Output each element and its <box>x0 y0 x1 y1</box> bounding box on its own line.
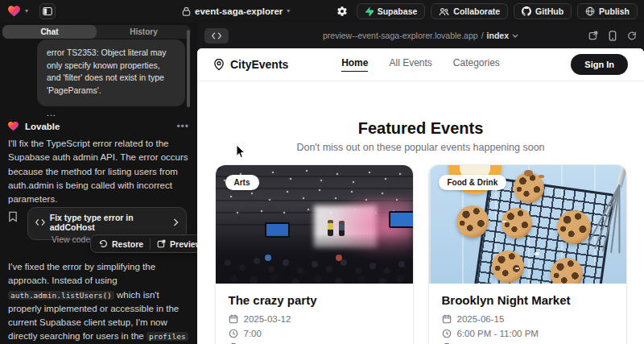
category-badge: Arts <box>225 175 259 190</box>
event-title: The crazy party <box>229 293 400 307</box>
calendar-icon <box>442 314 452 324</box>
gear-icon <box>336 6 348 17</box>
event-image-cookies: Food & Drink <box>429 165 626 284</box>
refresh-icon[interactable] <box>627 31 637 40</box>
assistant-header: Lovable ••• <box>8 122 189 131</box>
project-chevron-icon: ▾ <box>287 8 290 15</box>
settings-button[interactable] <box>333 3 351 19</box>
restore-icon <box>99 239 108 248</box>
event-date-row: 2025-03-12 <box>229 314 400 324</box>
message-menu-icon[interactable]: ••• <box>176 124 189 129</box>
preview-site: CityEvents Home All Events Categories Si… <box>197 48 644 344</box>
event-cards-row: Arts The crazy party 2025-03-12 7:00 <box>197 164 644 344</box>
assistant-name: Lovable <box>25 122 60 131</box>
chat-sidebar: Chat History error TS2353: Object litera… <box>0 23 197 344</box>
site-header: CityEvents Home All Events Categories Si… <box>197 48 644 81</box>
lovable-app-window: ▾ event-saga-explorer ▾ Supabase Collabo… <box>0 0 644 344</box>
project-name: event-saga-explorer <box>195 6 283 16</box>
preview-version-button[interactable]: Preview <box>151 235 197 252</box>
category-badge: Food & Drink <box>439 175 507 190</box>
nav-all-events[interactable]: All Events <box>389 57 431 72</box>
lovable-logo-icon[interactable] <box>8 6 20 17</box>
event-time-row: 6:00 PM - 11:00 PM <box>442 329 613 338</box>
preview-panel: preview--event-saga-explorer.lovable.app… <box>197 23 644 344</box>
event-card-brooklyn-market[interactable]: Food & Drink Brooklyn Night Market 2025-… <box>428 164 627 344</box>
chat-scrollbar[interactable] <box>187 30 190 107</box>
featured-events-heading: Featured Events <box>197 119 644 138</box>
clock-icon <box>229 329 238 338</box>
tab-history[interactable]: History <box>97 25 191 39</box>
assistant-intro-text: I'll fix the TypeScript error related to… <box>8 137 188 206</box>
inline-code: auth.admin.listUsers() <box>8 291 114 300</box>
user-message-text: error TS2353: Object literal may only sp… <box>47 47 175 97</box>
code-change-title: Fix type type error in addCoHost <box>50 213 168 232</box>
chevron-right-icon <box>173 218 179 226</box>
user-message-bubble: error TS2353: Object literal may only sp… <box>37 39 185 106</box>
collaborate-button[interactable]: Collaborate <box>431 3 508 19</box>
external-link-icon <box>157 239 166 248</box>
chat-history-tabs: Chat History <box>2 25 191 39</box>
version-actions-bar: Restore Preview <box>90 234 197 253</box>
event-time-row: 7:00 <box>229 329 400 338</box>
event-card-crazy-party[interactable]: Arts The crazy party 2025-03-12 7:00 <box>215 164 414 344</box>
tab-chat[interactable]: Chat <box>2 25 97 39</box>
supabase-button[interactable]: Supabase <box>357 3 426 19</box>
chevron-down-icon <box>512 34 518 38</box>
featured-events-subheading: Don't miss out on these popular events h… <box>197 142 644 153</box>
nav-categories[interactable]: Categories <box>453 57 500 72</box>
top-bar: ▾ event-saga-explorer ▾ Supabase Collabo… <box>0 0 644 23</box>
preview-toolbar: preview--event-saga-explorer.lovable.app… <box>197 23 644 48</box>
preview-url-bar: preview--event-saga-explorer.lovable.app… <box>197 23 644 48</box>
supabase-icon <box>365 6 374 16</box>
restore-button[interactable]: Restore <box>93 235 150 252</box>
github-button[interactable]: GitHub <box>514 3 572 19</box>
calendar-icon <box>229 314 238 324</box>
event-image-conference: Arts <box>216 165 413 284</box>
user-message-ellipsis: ... <box>47 107 175 120</box>
people-icon <box>439 7 449 16</box>
site-brand[interactable]: CityEvents <box>213 58 288 71</box>
preview-url-page[interactable]: index <box>487 31 509 40</box>
open-in-new-tab-icon[interactable] <box>588 31 598 40</box>
globe-icon <box>585 6 595 16</box>
project-switcher[interactable]: event-saga-explorer ▾ <box>182 0 290 23</box>
event-date-row: 2025-06-15 <box>442 314 613 324</box>
map-pin-icon <box>213 59 225 71</box>
lovable-heart-icon <box>8 122 19 131</box>
preview-url-host[interactable]: preview--event-saga-explorer.lovable.app <box>323 31 478 40</box>
assistant-outro-text: I've fixed the error by simplifying the … <box>8 260 192 344</box>
publish-button[interactable]: Publish <box>577 3 638 19</box>
workspace-chevron-icon[interactable]: ▾ <box>25 8 28 15</box>
code-icon <box>35 218 45 226</box>
nav-home[interactable]: Home <box>341 57 368 72</box>
bookmark-icon[interactable] <box>8 211 18 222</box>
github-icon <box>522 6 531 16</box>
clock-icon <box>442 329 452 338</box>
code-view-button[interactable] <box>204 28 229 44</box>
event-title: Brooklyn Night Market <box>442 293 613 307</box>
lock-icon <box>182 6 191 16</box>
mobile-view-icon[interactable] <box>609 31 617 41</box>
inline-code: profiles <box>147 332 188 341</box>
sidebar-toggle-button[interactable] <box>39 3 56 19</box>
sign-in-button[interactable]: Sign In <box>571 54 628 75</box>
code-icon <box>212 32 221 39</box>
